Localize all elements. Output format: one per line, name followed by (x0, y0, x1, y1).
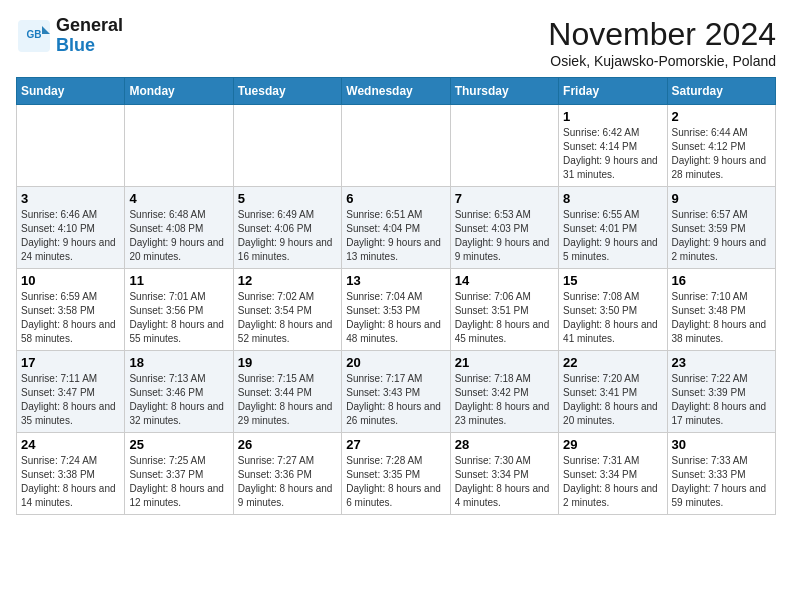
calendar-week-row: 24Sunrise: 7:24 AMSunset: 3:38 PMDayligh… (17, 433, 776, 515)
calendar-cell: 3Sunrise: 6:46 AMSunset: 4:10 PMDaylight… (17, 187, 125, 269)
calendar-cell: 12Sunrise: 7:02 AMSunset: 3:54 PMDayligh… (233, 269, 341, 351)
day-detail: Sunrise: 7:31 AMSunset: 3:34 PMDaylight:… (563, 454, 662, 510)
calendar-cell: 5Sunrise: 6:49 AMSunset: 4:06 PMDaylight… (233, 187, 341, 269)
calendar-cell: 1Sunrise: 6:42 AMSunset: 4:14 PMDaylight… (559, 105, 667, 187)
day-detail: Sunrise: 7:24 AMSunset: 3:38 PMDaylight:… (21, 454, 120, 510)
day-number: 17 (21, 355, 120, 370)
day-number: 9 (672, 191, 771, 206)
day-number: 18 (129, 355, 228, 370)
weekday-header: Sunday (17, 78, 125, 105)
day-number: 2 (672, 109, 771, 124)
day-detail: Sunrise: 6:44 AMSunset: 4:12 PMDaylight:… (672, 126, 771, 182)
calendar-cell: 19Sunrise: 7:15 AMSunset: 3:44 PMDayligh… (233, 351, 341, 433)
location-title: Osiek, Kujawsko-Pomorskie, Poland (548, 53, 776, 69)
calendar-cell: 9Sunrise: 6:57 AMSunset: 3:59 PMDaylight… (667, 187, 775, 269)
calendar-cell: 14Sunrise: 7:06 AMSunset: 3:51 PMDayligh… (450, 269, 558, 351)
day-number: 5 (238, 191, 337, 206)
day-detail: Sunrise: 6:42 AMSunset: 4:14 PMDaylight:… (563, 126, 662, 182)
calendar-cell (125, 105, 233, 187)
calendar-week-row: 1Sunrise: 6:42 AMSunset: 4:14 PMDaylight… (17, 105, 776, 187)
day-number: 26 (238, 437, 337, 452)
day-number: 4 (129, 191, 228, 206)
day-number: 24 (21, 437, 120, 452)
day-detail: Sunrise: 6:51 AMSunset: 4:04 PMDaylight:… (346, 208, 445, 264)
day-number: 15 (563, 273, 662, 288)
calendar-cell: 21Sunrise: 7:18 AMSunset: 3:42 PMDayligh… (450, 351, 558, 433)
day-detail: Sunrise: 7:01 AMSunset: 3:56 PMDaylight:… (129, 290, 228, 346)
day-detail: Sunrise: 7:15 AMSunset: 3:44 PMDaylight:… (238, 372, 337, 428)
day-number: 30 (672, 437, 771, 452)
calendar-cell: 28Sunrise: 7:30 AMSunset: 3:34 PMDayligh… (450, 433, 558, 515)
calendar-cell: 8Sunrise: 6:55 AMSunset: 4:01 PMDaylight… (559, 187, 667, 269)
day-number: 3 (21, 191, 120, 206)
day-number: 28 (455, 437, 554, 452)
calendar-cell: 18Sunrise: 7:13 AMSunset: 3:46 PMDayligh… (125, 351, 233, 433)
day-detail: Sunrise: 6:46 AMSunset: 4:10 PMDaylight:… (21, 208, 120, 264)
day-detail: Sunrise: 7:11 AMSunset: 3:47 PMDaylight:… (21, 372, 120, 428)
day-detail: Sunrise: 7:08 AMSunset: 3:50 PMDaylight:… (563, 290, 662, 346)
svg-text:GB: GB (27, 29, 42, 40)
calendar-cell: 16Sunrise: 7:10 AMSunset: 3:48 PMDayligh… (667, 269, 775, 351)
day-detail: Sunrise: 7:20 AMSunset: 3:41 PMDaylight:… (563, 372, 662, 428)
day-number: 7 (455, 191, 554, 206)
day-number: 16 (672, 273, 771, 288)
day-number: 13 (346, 273, 445, 288)
day-detail: Sunrise: 7:06 AMSunset: 3:51 PMDaylight:… (455, 290, 554, 346)
calendar-week-row: 17Sunrise: 7:11 AMSunset: 3:47 PMDayligh… (17, 351, 776, 433)
day-detail: Sunrise: 7:10 AMSunset: 3:48 PMDaylight:… (672, 290, 771, 346)
calendar-week-row: 10Sunrise: 6:59 AMSunset: 3:58 PMDayligh… (17, 269, 776, 351)
weekday-header: Wednesday (342, 78, 450, 105)
day-detail: Sunrise: 7:22 AMSunset: 3:39 PMDaylight:… (672, 372, 771, 428)
month-title: November 2024 (548, 16, 776, 53)
calendar-cell: 29Sunrise: 7:31 AMSunset: 3:34 PMDayligh… (559, 433, 667, 515)
weekday-header: Saturday (667, 78, 775, 105)
weekday-row: SundayMondayTuesdayWednesdayThursdayFrid… (17, 78, 776, 105)
calendar-cell (233, 105, 341, 187)
day-number: 8 (563, 191, 662, 206)
day-number: 14 (455, 273, 554, 288)
day-detail: Sunrise: 7:17 AMSunset: 3:43 PMDaylight:… (346, 372, 445, 428)
calendar-cell: 22Sunrise: 7:20 AMSunset: 3:41 PMDayligh… (559, 351, 667, 433)
day-number: 6 (346, 191, 445, 206)
calendar-cell: 6Sunrise: 6:51 AMSunset: 4:04 PMDaylight… (342, 187, 450, 269)
day-number: 10 (21, 273, 120, 288)
day-detail: Sunrise: 7:33 AMSunset: 3:33 PMDaylight:… (672, 454, 771, 510)
day-detail: Sunrise: 7:04 AMSunset: 3:53 PMDaylight:… (346, 290, 445, 346)
logo-icon: GB (16, 18, 52, 54)
day-detail: Sunrise: 6:53 AMSunset: 4:03 PMDaylight:… (455, 208, 554, 264)
title-area: November 2024 Osiek, Kujawsko-Pomorskie,… (548, 16, 776, 69)
day-number: 19 (238, 355, 337, 370)
day-detail: Sunrise: 7:25 AMSunset: 3:37 PMDaylight:… (129, 454, 228, 510)
calendar-cell: 23Sunrise: 7:22 AMSunset: 3:39 PMDayligh… (667, 351, 775, 433)
calendar-header: SundayMondayTuesdayWednesdayThursdayFrid… (17, 78, 776, 105)
calendar-cell: 4Sunrise: 6:48 AMSunset: 4:08 PMDaylight… (125, 187, 233, 269)
weekday-header: Tuesday (233, 78, 341, 105)
day-detail: Sunrise: 7:27 AMSunset: 3:36 PMDaylight:… (238, 454, 337, 510)
logo-line2: Blue (56, 36, 123, 56)
day-number: 1 (563, 109, 662, 124)
calendar-cell: 2Sunrise: 6:44 AMSunset: 4:12 PMDaylight… (667, 105, 775, 187)
day-detail: Sunrise: 6:49 AMSunset: 4:06 PMDaylight:… (238, 208, 337, 264)
day-number: 22 (563, 355, 662, 370)
calendar-cell: 11Sunrise: 7:01 AMSunset: 3:56 PMDayligh… (125, 269, 233, 351)
logo-line1: General (56, 16, 123, 36)
day-detail: Sunrise: 6:55 AMSunset: 4:01 PMDaylight:… (563, 208, 662, 264)
day-number: 12 (238, 273, 337, 288)
day-number: 27 (346, 437, 445, 452)
header: GB General Blue November 2024 Osiek, Kuj… (16, 16, 776, 69)
weekday-header: Monday (125, 78, 233, 105)
day-detail: Sunrise: 7:02 AMSunset: 3:54 PMDaylight:… (238, 290, 337, 346)
calendar-cell: 25Sunrise: 7:25 AMSunset: 3:37 PMDayligh… (125, 433, 233, 515)
calendar-cell: 24Sunrise: 7:24 AMSunset: 3:38 PMDayligh… (17, 433, 125, 515)
day-detail: Sunrise: 6:59 AMSunset: 3:58 PMDaylight:… (21, 290, 120, 346)
weekday-header: Friday (559, 78, 667, 105)
logo-text: General Blue (56, 16, 123, 56)
day-number: 23 (672, 355, 771, 370)
day-detail: Sunrise: 7:13 AMSunset: 3:46 PMDaylight:… (129, 372, 228, 428)
day-detail: Sunrise: 7:28 AMSunset: 3:35 PMDaylight:… (346, 454, 445, 510)
calendar-body: 1Sunrise: 6:42 AMSunset: 4:14 PMDaylight… (17, 105, 776, 515)
weekday-header: Thursday (450, 78, 558, 105)
logo: GB General Blue (16, 16, 123, 56)
calendar-cell: 15Sunrise: 7:08 AMSunset: 3:50 PMDayligh… (559, 269, 667, 351)
calendar-cell: 30Sunrise: 7:33 AMSunset: 3:33 PMDayligh… (667, 433, 775, 515)
